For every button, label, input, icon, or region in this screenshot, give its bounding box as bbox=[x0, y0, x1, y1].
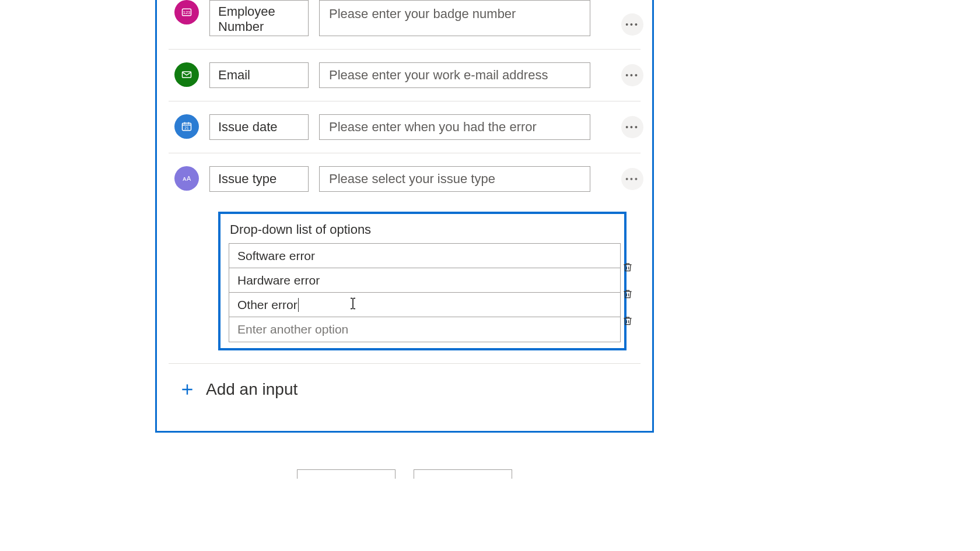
input-name-field[interactable]: Issue type bbox=[209, 166, 309, 192]
email-icon bbox=[174, 62, 199, 87]
dropdown-option-input[interactable]: Other error bbox=[229, 293, 620, 317]
trigger-card: 123 Employee Number Please enter your ba… bbox=[155, 0, 654, 433]
input-prompt-field[interactable]: Please enter your badge number bbox=[319, 0, 590, 36]
date-icon: 21 bbox=[174, 114, 199, 139]
input-row-employee-number: 123 Employee Number Please enter your ba… bbox=[157, 0, 652, 49]
add-input-label: Add an input bbox=[206, 380, 298, 399]
input-prompt-field[interactable]: Please enter when you had the error bbox=[319, 114, 590, 140]
dropdown-option-input[interactable]: Hardware error bbox=[229, 268, 620, 293]
dropdown-option-delete-column bbox=[621, 260, 635, 328]
text-cursor-icon bbox=[349, 297, 357, 313]
bottom-action-button[interactable] bbox=[297, 469, 396, 479]
text-icon: ᴀA bbox=[174, 166, 199, 191]
dropdown-option-input[interactable]: Software error bbox=[229, 244, 620, 268]
dropdown-options-title: Drop-down list of options bbox=[230, 222, 616, 237]
more-options-button[interactable] bbox=[621, 168, 643, 190]
dropdown-option-list: Software error Hardware error Other erro… bbox=[229, 243, 621, 342]
input-prompt-field[interactable]: Please enter your work e-mail address bbox=[319, 62, 590, 88]
svg-text:ᴀA: ᴀA bbox=[183, 175, 191, 182]
add-input-button[interactable]: Add an input bbox=[157, 364, 652, 415]
plus-icon bbox=[179, 381, 195, 398]
more-options-button[interactable] bbox=[621, 64, 643, 86]
dropdown-option-value: Other error bbox=[237, 298, 298, 312]
text-caret bbox=[298, 298, 299, 312]
dropdown-options-panel: Drop-down list of options Software error… bbox=[218, 212, 626, 350]
delete-option-button[interactable] bbox=[621, 314, 635, 328]
svg-text:123: 123 bbox=[183, 10, 191, 15]
dropdown-new-option-input[interactable]: Enter another option bbox=[229, 317, 620, 342]
input-prompt-field[interactable]: Please select your issue type bbox=[319, 166, 590, 192]
more-options-button[interactable] bbox=[621, 116, 643, 138]
input-name-field[interactable]: Issue date bbox=[209, 114, 309, 140]
input-row-email: Email Please enter your work e-mail addr… bbox=[157, 50, 652, 101]
input-row-issue-type: ᴀA Issue type Please select your issue t… bbox=[157, 153, 652, 350]
svg-text:21: 21 bbox=[184, 126, 189, 130]
input-name-field[interactable]: Email bbox=[209, 62, 309, 88]
input-name-field[interactable]: Employee Number bbox=[209, 0, 309, 36]
delete-option-button[interactable] bbox=[621, 260, 635, 274]
more-options-button[interactable] bbox=[621, 13, 643, 36]
delete-option-button[interactable] bbox=[621, 287, 635, 301]
input-row-issue-date: 21 Issue date Please enter when you had … bbox=[157, 101, 652, 153]
bottom-action-button[interactable] bbox=[414, 469, 512, 479]
number-icon: 123 bbox=[174, 0, 199, 24]
